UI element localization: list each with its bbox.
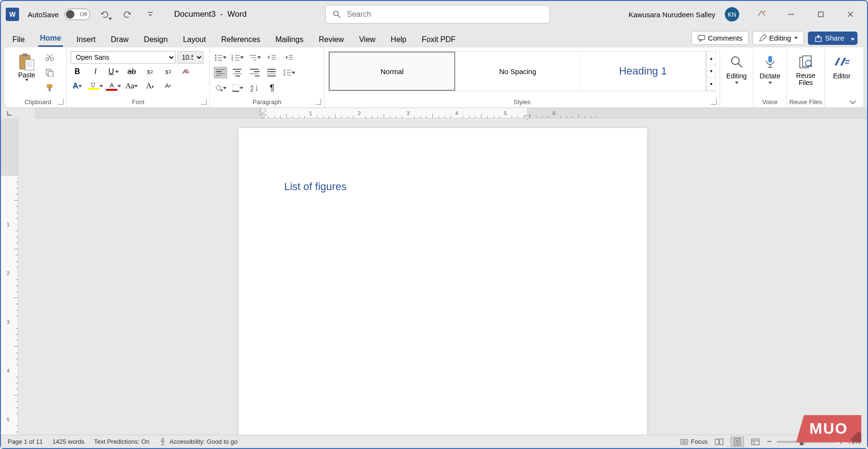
font-name-select[interactable]: Open Sans [71, 51, 176, 64]
styles-scroll-down[interactable]: ▾ [707, 64, 715, 77]
zoom-out-button[interactable]: − [767, 437, 772, 447]
editing-group-button[interactable]: Editing [724, 51, 749, 87]
share-button[interactable]: Share [808, 32, 851, 45]
user-name[interactable]: Kawusara Nurudeen Salley [628, 11, 715, 19]
copy-button[interactable] [43, 66, 56, 79]
show-marks-button[interactable]: ¶ [265, 82, 279, 94]
italic-button[interactable]: I [89, 65, 102, 78]
style-normal[interactable]: Normal [329, 52, 455, 91]
style-no-spacing[interactable]: No Spacing [455, 52, 580, 91]
font-launcher[interactable] [201, 99, 207, 105]
tab-design[interactable]: Design [142, 32, 170, 47]
numbering-button[interactable]: 123 [231, 51, 244, 64]
search-input[interactable] [347, 10, 543, 19]
print-layout-button[interactable] [731, 437, 744, 447]
dictate-button[interactable]: Dictate [757, 51, 783, 87]
align-right-button[interactable] [248, 67, 261, 78]
status-words[interactable]: 1425 words [52, 438, 84, 445]
ribbon: Paste Clipboard Open Sans 10.5 [5, 47, 863, 108]
styles-group-label: Styles [324, 98, 720, 106]
multilevel-list-button[interactable] [248, 51, 261, 64]
close-button[interactable] [838, 5, 862, 24]
cut-button[interactable] [43, 51, 56, 64]
line-spacing-button[interactable] [282, 66, 296, 79]
clear-formatting-button[interactable]: A [179, 65, 193, 78]
coming-soon-icon[interactable] [750, 5, 774, 24]
qat-customize-button[interactable] [142, 7, 159, 22]
grow-font-button[interactable]: A▴ [143, 80, 157, 92]
search-box[interactable] [325, 5, 550, 23]
paste-button[interactable]: Paste [13, 51, 40, 94]
superscript-button[interactable]: x2 [161, 65, 175, 78]
title-bar: W AutoSave Off Document3 - Word Kawusara… [1, 1, 867, 28]
bullets-button[interactable] [214, 51, 227, 64]
sort-button[interactable]: AZ [248, 82, 261, 94]
tab-file[interactable]: File [10, 32, 27, 47]
maximize-button[interactable] [809, 5, 833, 24]
svg-text:Z: Z [251, 88, 253, 92]
voice-group-label: Voice [753, 98, 786, 106]
read-mode-button[interactable] [712, 437, 726, 447]
tab-insert[interactable]: Insert [74, 32, 97, 47]
tab-foxit-pdf[interactable]: Foxit PDF [420, 32, 458, 47]
eraser-a-icon: A [182, 67, 190, 76]
horizontal-ruler[interactable]: 123456 [35, 108, 867, 118]
editing-mode-button[interactable]: Editing [753, 31, 804, 45]
editor-button[interactable]: Editor [829, 51, 855, 83]
status-accessibility[interactable]: Accessibility: Good to go [159, 438, 237, 446]
strikethrough-button[interactable]: ab [125, 65, 138, 78]
tab-help[interactable]: Help [389, 32, 408, 47]
undo-button[interactable] [96, 7, 113, 22]
format-painter-button[interactable] [43, 82, 56, 94]
tab-selector[interactable] [1, 108, 18, 118]
tab-layout[interactable]: Layout [181, 32, 208, 47]
status-predictions[interactable]: Text Predictions: On [94, 438, 149, 445]
comments-button[interactable]: Comments [691, 31, 749, 45]
text-effects-button[interactable]: A [71, 80, 84, 92]
tab-draw[interactable]: Draw [109, 32, 130, 47]
tab-view[interactable]: View [357, 32, 377, 47]
bold-button[interactable]: B [71, 65, 84, 78]
clipboard-launcher[interactable] [58, 99, 63, 105]
svg-line-2 [338, 15, 340, 18]
tab-references[interactable]: References [219, 32, 262, 47]
align-left-button[interactable] [214, 67, 227, 78]
redo-button[interactable] [119, 7, 136, 22]
decrease-indent-button[interactable] [265, 51, 279, 64]
brush-icon [45, 84, 54, 92]
user-avatar[interactable]: KN [725, 7, 739, 21]
font-size-select[interactable]: 10.5 [178, 51, 203, 64]
font-color-button[interactable]: A [107, 80, 120, 92]
shading-button[interactable] [214, 82, 227, 94]
highlight-button[interactable] [89, 80, 102, 92]
vertical-ruler[interactable]: 12345 [1, 118, 18, 435]
subscript-button[interactable]: x2 [143, 65, 157, 78]
increase-indent-button[interactable] [282, 51, 296, 64]
styles-scroll-up[interactable]: ▴ [707, 52, 715, 64]
styles-expand[interactable]: ▾ [707, 78, 715, 91]
tab-mailings[interactable]: Mailings [273, 32, 305, 47]
align-center-button[interactable] [231, 67, 244, 78]
autosave-toggle[interactable]: Off [64, 9, 90, 20]
underline-button[interactable]: U [107, 65, 120, 78]
focus-mode-button[interactable]: Focus [680, 438, 708, 446]
change-case-button[interactable]: Aa [125, 80, 138, 92]
autosave-label: AutoSave [28, 11, 59, 19]
collapse-ribbon-button[interactable] [849, 100, 857, 105]
styles-launcher[interactable] [711, 99, 717, 105]
justify-button[interactable] [265, 67, 279, 78]
status-page[interactable]: Page 1 of 11 [8, 438, 43, 445]
svg-rect-21 [48, 71, 53, 77]
document-heading[interactable]: List of figures [284, 181, 601, 193]
paragraph-launcher[interactable] [315, 99, 321, 105]
style-heading1[interactable]: Heading 1 [581, 52, 706, 91]
minimize-button[interactable] [779, 5, 803, 24]
share-dropdown[interactable] [848, 32, 858, 45]
page[interactable]: List of figures [239, 128, 647, 435]
shrink-font-button[interactable]: A▾ [161, 80, 175, 92]
tab-home[interactable]: Home [38, 31, 63, 47]
reuse-files-button[interactable]: Reuse Files [791, 51, 821, 90]
web-layout-button[interactable] [749, 437, 762, 447]
borders-button[interactable] [231, 82, 244, 94]
tab-review[interactable]: Review [317, 32, 345, 47]
